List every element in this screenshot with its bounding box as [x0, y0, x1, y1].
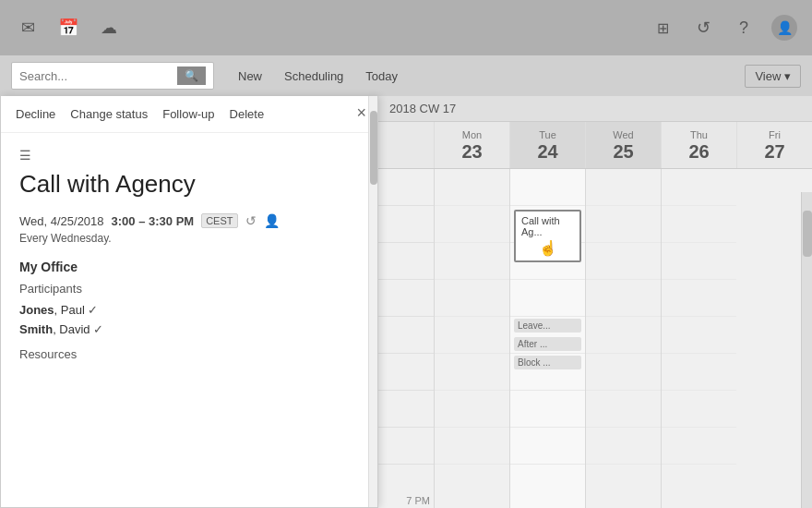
avatar-icon[interactable]: 👤	[771, 15, 797, 41]
nav-buttons: New Scheduling Today	[229, 66, 407, 87]
today-button[interactable]: Today	[356, 66, 407, 87]
cal-scrollbar[interactable]	[801, 192, 812, 508]
search-input-wrap[interactable]: 🔍	[11, 62, 214, 90]
person-icon[interactable]: 👤	[264, 213, 280, 228]
day-col-wed[interactable]: Call with Ag... ☝ Leave... After ... Blo…	[509, 169, 585, 508]
new-button[interactable]: New	[229, 66, 271, 87]
participant-1: Jones, Paul ✓	[19, 303, 359, 317]
popup-resources: Resources	[19, 347, 359, 361]
popup-actions: Decline Change status Follow-up Delete ×	[1, 96, 377, 133]
cal-scrollbar-thumb[interactable]	[803, 211, 812, 257]
day-col-fri[interactable]	[661, 169, 736, 508]
mini-event-block[interactable]: Block ...	[514, 356, 581, 369]
time-slot-2	[378, 206, 434, 243]
search-bar: 🔍 New Scheduling Today View ▾	[0, 55, 812, 96]
participant-1-name: Jones, Paul ✓	[19, 303, 98, 317]
cal-grid: Call with Ag... ☝ Leave... After ... Blo…	[378, 169, 812, 508]
help-icon[interactable]: ?	[731, 15, 757, 41]
time-slot-8	[378, 428, 434, 465]
popup-datetime: Wed, 4/25/2018 3:00 – 3:30 PM CEST ↺ 👤	[19, 213, 359, 228]
day-label-fri[interactable]: Thu 26	[661, 122, 736, 168]
mail-icon[interactable]: ✉	[15, 15, 41, 41]
time-slot-3	[378, 243, 434, 280]
time-slot-5	[378, 317, 434, 354]
time-col	[378, 169, 434, 508]
mini-event-after[interactable]: After ...	[514, 337, 581, 351]
popup-date: Wed, 4/25/2018	[19, 214, 104, 228]
popup-title: Call with Agency	[19, 170, 359, 199]
time-slot-1	[378, 169, 434, 206]
day-col-mon[interactable]	[434, 169, 509, 508]
event-chip[interactable]: Call with Ag... ☝	[514, 210, 581, 262]
delete-button[interactable]: Delete	[230, 105, 265, 123]
recur-icon[interactable]: ↺	[245, 213, 257, 228]
day-label-wed[interactable]: Tue 24	[509, 122, 585, 168]
popup-scrollbar-thumb[interactable]	[370, 111, 377, 185]
calendar-icon[interactable]: 📅	[55, 15, 81, 41]
event-chip-label: Call with Ag...	[521, 215, 560, 237]
popup-panel: Decline Change status Follow-up Delete ×…	[0, 96, 378, 508]
search-input[interactable]	[19, 69, 177, 83]
cal-header-row: 2018 CW 17	[378, 96, 812, 122]
time-slot-4	[378, 280, 434, 317]
scheduling-button[interactable]: Scheduling	[275, 66, 352, 87]
popup-scrollbar[interactable]	[368, 96, 377, 507]
popup-location: My Office	[19, 260, 359, 274]
menu-icon[interactable]: ☰	[19, 148, 359, 163]
day-label-mon[interactable]: Mon 23	[434, 122, 509, 168]
search-button[interactable]: 🔍	[177, 67, 206, 85]
bottom-time-label: 7 PM	[378, 495, 434, 508]
decline-button[interactable]: Decline	[16, 105, 55, 123]
participant-2-name: Smith, David ✓	[19, 322, 103, 336]
top-toolbar: ✉ 📅 ☁ ⊞ ↺ ? 👤	[0, 0, 812, 55]
time-slot-6	[378, 354, 434, 391]
mini-event-leave[interactable]: Leave...	[514, 319, 581, 333]
refresh-icon[interactable]: ↺	[690, 15, 716, 41]
participant-2: Smith, David ✓	[19, 322, 359, 336]
calendar-area: Decline Change status Follow-up Delete ×…	[0, 96, 812, 508]
time-slot-7	[378, 391, 434, 428]
popup-recurrence: Every Wednesday.	[19, 232, 359, 245]
day-label-thu[interactable]: Wed 25	[585, 122, 661, 168]
popup-time: 3:00 – 3:30 PM	[112, 214, 195, 228]
popup-content: ☰ Call with Agency Wed, 4/25/2018 3:00 –…	[1, 133, 377, 507]
day-col-thu[interactable]	[585, 169, 661, 508]
cal-days-header: Mon 23 Tue 24 Wed 25 Thu 26 Fri 27	[378, 122, 812, 169]
close-button[interactable]: ×	[356, 103, 366, 123]
grid-icon[interactable]: ⊞	[650, 15, 675, 41]
change-status-button[interactable]: Change status	[70, 105, 148, 123]
timezone-badge: CEST	[201, 213, 237, 228]
popup-participants-label: Participants	[19, 282, 359, 296]
view-button[interactable]: View ▾	[745, 65, 801, 88]
calendar-wrapper: 2018 CW 17 Mon 23 Tue 24 Wed 25 Thu 26 F…	[378, 96, 812, 508]
day-label-sat[interactable]: Fri 27	[736, 122, 812, 168]
cloud-icon[interactable]: ☁	[96, 15, 122, 41]
followup-button[interactable]: Follow-up	[162, 105, 214, 123]
